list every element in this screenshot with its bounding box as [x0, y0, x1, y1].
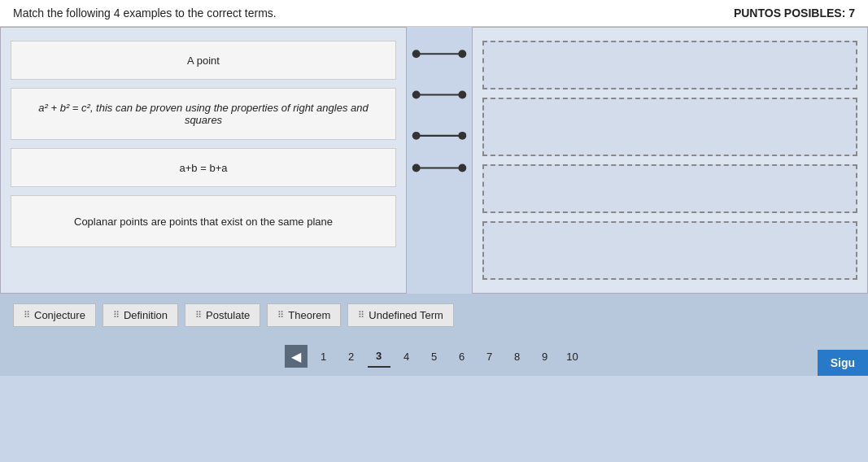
next-button[interactable]: Sigu — [818, 350, 868, 376]
svg-point-11 — [458, 164, 466, 172]
drop-zone-4[interactable] — [482, 221, 857, 280]
page-7-button[interactable]: 7 — [478, 345, 501, 368]
grip-icon: ⠿ — [358, 310, 364, 320]
main-container: Match the following 4 examples to the co… — [0, 0, 868, 462]
page-8-button[interactable]: 8 — [506, 345, 529, 368]
grip-icon: ⠿ — [113, 310, 119, 320]
term-theorem[interactable]: ⠿ Theorem — [267, 303, 341, 327]
grip-icon: ⠿ — [277, 310, 283, 320]
middle-section: A point a² + b² = c², this can be proven… — [0, 27, 868, 294]
pagination-area: ◀ 1 2 3 4 5 6 7 8 9 10 Sigu — [0, 337, 868, 376]
page-4-button[interactable]: 4 — [395, 345, 418, 368]
page-6-button[interactable]: 6 — [451, 345, 473, 368]
page-3-button[interactable]: 3 — [368, 345, 390, 368]
svg-point-5 — [458, 91, 466, 99]
bottom-section: ⠿ Conjecture ⠿ Definition ⠿ Postulate ⠿ … — [0, 294, 868, 376]
drag-item-3[interactable]: a+b = b+a — [11, 148, 396, 187]
drop-zone-2[interactable] — [482, 98, 857, 156]
page-1-button[interactable]: 1 — [312, 345, 335, 368]
drag-item-4[interactable]: Coplanar points are points that exist on… — [11, 195, 396, 247]
grip-icon: ⠿ — [24, 310, 29, 320]
svg-point-8 — [458, 132, 466, 140]
connector-svg — [407, 27, 472, 240]
term-undefined-term[interactable]: ⠿ Undefined Term — [347, 303, 454, 327]
left-panel: A point a² + b² = c², this can be proven… — [0, 27, 407, 294]
instructions-text: Match the following 4 examples to the co… — [13, 7, 277, 20]
prev-button[interactable]: ◀ — [285, 345, 308, 368]
term-postulate[interactable]: ⠿ Postulate — [185, 303, 260, 327]
svg-point-3 — [412, 91, 421, 99]
page-9-button[interactable]: 9 — [534, 345, 556, 368]
terms-area: ⠿ Conjecture ⠿ Definition ⠿ Postulate ⠿ … — [0, 294, 868, 337]
term-conjecture[interactable]: ⠿ Conjecture — [13, 303, 96, 327]
drag-item-1[interactable]: A point — [11, 41, 396, 80]
page-10-button[interactable]: 10 — [561, 345, 584, 368]
term-definition[interactable]: ⠿ Definition — [103, 303, 178, 327]
page-2-button[interactable]: 2 — [340, 345, 363, 368]
right-panel — [472, 27, 868, 294]
svg-point-9 — [412, 164, 421, 172]
svg-point-2 — [458, 50, 466, 58]
drop-zone-1[interactable] — [482, 41, 857, 89]
grip-icon: ⠿ — [195, 310, 201, 320]
drag-item-2[interactable]: a² + b² = c², this can be proven using t… — [11, 88, 396, 140]
top-bar: Match the following 4 examples to the co… — [0, 0, 868, 27]
svg-point-6 — [412, 132, 421, 140]
svg-point-0 — [412, 50, 421, 58]
drop-zone-3[interactable] — [482, 164, 857, 213]
page-5-button[interactable]: 5 — [423, 345, 446, 368]
points-text: PUNTOS POSIBLES: 7 — [734, 7, 855, 20]
